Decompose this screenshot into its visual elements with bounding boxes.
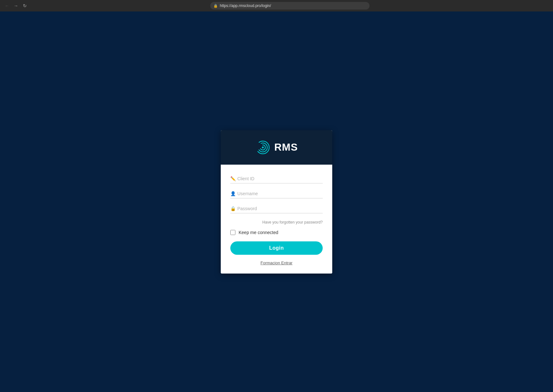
formacion-link[interactable]: Formacion Entrar <box>261 260 292 265</box>
username-input[interactable] <box>230 189 323 198</box>
url-text: https://app.rmscloud.pro/login/ <box>220 4 271 8</box>
forward-button[interactable]: → <box>13 3 19 9</box>
address-bar[interactable]: 🔒 https://app.rmscloud.pro/login/ <box>210 2 370 10</box>
forgot-password-link[interactable]: Have you forgotten your password? <box>262 220 323 225</box>
rms-logo-icon <box>255 140 270 155</box>
client-id-input[interactable] <box>230 174 323 183</box>
rms-logo-text: RMS <box>274 141 298 153</box>
login-form-body: ✏️ 👤 🔒 Have you forgotten your password?… <box>221 165 332 274</box>
keep-connected-section: Keep me connected <box>230 230 323 235</box>
forgot-password-section: Have you forgotten your password? <box>230 219 323 225</box>
password-input[interactable] <box>230 204 323 213</box>
browser-chrome: ← → ↻ 🔒 https://app.rmscloud.pro/login/ <box>0 0 553 11</box>
page-background: RMS ✏️ 👤 🔒 Have you forgotten your passw… <box>0 11 553 392</box>
login-header: RMS <box>221 130 332 165</box>
svg-point-3 <box>262 146 264 148</box>
lock-icon: 🔒 <box>230 206 236 211</box>
client-id-icon: ✏️ <box>230 176 236 181</box>
keep-connected-checkbox[interactable] <box>230 230 235 235</box>
client-id-field: ✏️ <box>230 174 323 183</box>
password-field: 🔒 <box>230 204 323 213</box>
back-button[interactable]: ← <box>4 3 10 9</box>
reload-button[interactable]: ↻ <box>22 3 28 9</box>
secure-icon: 🔒 <box>213 4 218 8</box>
username-field: 👤 <box>230 189 323 198</box>
formacion-section: Formacion Entrar <box>230 260 323 266</box>
user-icon: 👤 <box>230 191 236 196</box>
login-card: RMS ✏️ 👤 🔒 Have you forgotten your passw… <box>221 130 332 274</box>
login-button[interactable]: Login <box>230 241 323 255</box>
keep-connected-label[interactable]: Keep me connected <box>239 230 278 235</box>
